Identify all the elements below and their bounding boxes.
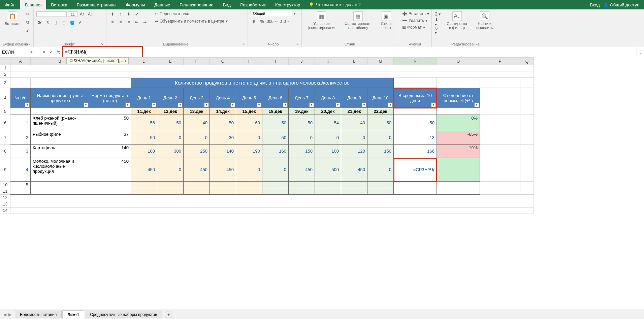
italic-button[interactable]: К xyxy=(44,20,51,26)
cell[interactable] xyxy=(131,188,157,195)
sheet-tab[interactable]: Ведомость питания xyxy=(15,311,62,318)
share-button[interactable]: 👤 Общий доступ xyxy=(603,2,639,7)
underline-button[interactable]: Ч xyxy=(53,20,59,26)
cut-button[interactable]: ✂ xyxy=(25,11,31,18)
cell-deviation[interactable]: -65% xyxy=(437,131,480,145)
cell-day-value[interactable]: 160 xyxy=(262,145,289,158)
cell[interactable]: … xyxy=(210,182,236,188)
col-header[interactable]: P xyxy=(480,58,520,65)
cell-day-value[interactable]: 100 xyxy=(131,145,157,158)
cell-day-value[interactable]: 0 xyxy=(184,131,210,145)
orientation-icon[interactable]: ⤢ xyxy=(133,11,140,18)
clear-icon[interactable]: ◇ ▾ xyxy=(434,27,441,34)
cell[interactable] xyxy=(31,188,89,195)
cell[interactable] xyxy=(480,182,520,188)
col-header[interactable]: A xyxy=(10,58,31,65)
tab-developer[interactable]: Разработчик xyxy=(235,0,270,9)
cell[interactable]: … xyxy=(262,182,289,188)
cell[interactable] xyxy=(480,145,520,158)
date-cell[interactable]: 14.дек xyxy=(210,108,236,115)
cell-day-value[interactable]: 190 xyxy=(236,145,262,158)
filter-dropdown-icon[interactable]: ▾ xyxy=(388,102,393,107)
cell-day-value[interactable]: 56 xyxy=(131,115,157,131)
col-header[interactable]: H xyxy=(236,58,262,65)
col-header[interactable]: E xyxy=(157,58,184,65)
comma-icon[interactable]: 000 xyxy=(267,18,273,25)
date-cell[interactable]: 18.дек xyxy=(262,108,289,115)
cell[interactable]: … xyxy=(315,182,341,188)
nav-prev-icon[interactable]: ◀ xyxy=(3,312,6,317)
row-header[interactable]: 14 xyxy=(0,208,10,214)
align-middle-icon[interactable]: ↕ xyxy=(117,11,124,18)
cell[interactable] xyxy=(480,115,520,131)
cell-styles-button[interactable]: ▣ Стили ячеек xyxy=(378,11,395,30)
sheet-tab[interactable]: Лист1 xyxy=(62,311,84,319)
row-header[interactable]: 11 xyxy=(0,188,10,195)
tab-review[interactable]: Рецензирование xyxy=(175,0,218,9)
cell[interactable] xyxy=(394,188,437,195)
cell-day-value[interactable]: 50 xyxy=(262,115,289,131)
cell-day-value[interactable]: 40 xyxy=(341,115,367,131)
paste-button[interactable]: 📋 Вставить xyxy=(3,11,23,26)
cell[interactable] xyxy=(89,188,131,195)
format-painter-button[interactable]: 🖌 xyxy=(25,27,31,34)
filter-dropdown-icon[interactable]: ▾ xyxy=(125,102,130,107)
cell-day-value[interactable]: 450 xyxy=(289,158,315,182)
col-header[interactable]: J xyxy=(289,58,315,65)
add-sheet-button[interactable]: + xyxy=(165,311,172,318)
cell-name[interactable]: Рыбное филе xyxy=(31,131,89,145)
percent-icon[interactable]: % xyxy=(259,18,265,25)
table-header-day[interactable]: День 6▾ xyxy=(262,88,289,108)
cell-day-value[interactable]: 0 xyxy=(315,131,341,145)
copy-button[interactable]: ⧉ xyxy=(25,19,31,26)
nav-next-icon[interactable]: ▶ xyxy=(8,312,11,317)
date-cell[interactable]: 15.дек xyxy=(236,108,262,115)
cell[interactable]: … xyxy=(236,182,262,188)
row-header[interactable]: 10 xyxy=(0,182,10,188)
row-header[interactable]: 13 xyxy=(0,201,10,208)
wrap-text-button[interactable]: ↩Перенести текст xyxy=(154,11,229,17)
filter-dropdown-icon[interactable]: ▾ xyxy=(178,102,183,107)
name-box[interactable]: ▾ xyxy=(0,47,40,57)
table-header-norm[interactable]: Норма продукта, г (нетто)▾ xyxy=(89,88,131,108)
cell[interactable] xyxy=(10,78,31,88)
cell[interactable]: … xyxy=(341,182,367,188)
col-header[interactable]: L xyxy=(341,58,367,65)
cell[interactable] xyxy=(31,78,89,88)
merged-header[interactable]: Количество продуктов в нетто по дням, в … xyxy=(131,78,394,88)
cell-day-value[interactable]: 0 xyxy=(157,131,184,145)
tab-file[interactable]: Файл xyxy=(0,0,20,9)
cell-day-value[interactable]: 50 xyxy=(289,115,315,131)
cell[interactable] xyxy=(394,78,437,88)
number-format-input[interactable] xyxy=(251,11,292,16)
cell[interactable]: … xyxy=(31,182,89,188)
col-header[interactable]: O xyxy=(437,58,480,65)
cell-day-value[interactable]: 150 xyxy=(367,145,394,158)
font-color-button[interactable]: A xyxy=(77,20,84,26)
clipboard-launcher-icon[interactable]: ↘ xyxy=(28,42,31,45)
cell-day-value[interactable]: 30 xyxy=(210,131,236,145)
col-header[interactable]: M xyxy=(367,58,394,65)
increase-font-icon[interactable]: A↑ xyxy=(79,11,86,18)
filter-dropdown-icon[interactable]: ▾ xyxy=(309,102,314,107)
sort-filter-button[interactable]: A↓ Сортировка и фильтр xyxy=(443,11,471,30)
align-top-icon[interactable]: ⬆ xyxy=(109,11,116,18)
date-cell[interactable]: 13.дек xyxy=(184,108,210,115)
cell[interactable] xyxy=(480,188,520,195)
filter-dropdown-icon[interactable]: ▾ xyxy=(230,102,235,107)
cell[interactable]: … xyxy=(157,182,184,188)
cell-day-value[interactable]: 100 xyxy=(315,145,341,158)
table-header-day[interactable]: День 8▾ xyxy=(315,88,341,108)
cell[interactable] xyxy=(437,78,480,88)
cell[interactable] xyxy=(157,188,184,195)
cell-day-value[interactable]: 0 xyxy=(289,131,315,145)
cell[interactable] xyxy=(184,188,210,195)
table-header-day[interactable]: День 10▾ xyxy=(367,88,394,108)
cell[interactable] xyxy=(10,201,534,208)
insert-cells-button[interactable]: ➕Вставить ▾ xyxy=(401,11,430,17)
cell[interactable]: … xyxy=(89,182,131,188)
align-center-icon[interactable]: ≡ xyxy=(117,19,124,26)
cell[interactable] xyxy=(480,78,520,88)
formula-input[interactable] xyxy=(62,47,637,57)
row-header[interactable]: 12 xyxy=(0,195,10,201)
